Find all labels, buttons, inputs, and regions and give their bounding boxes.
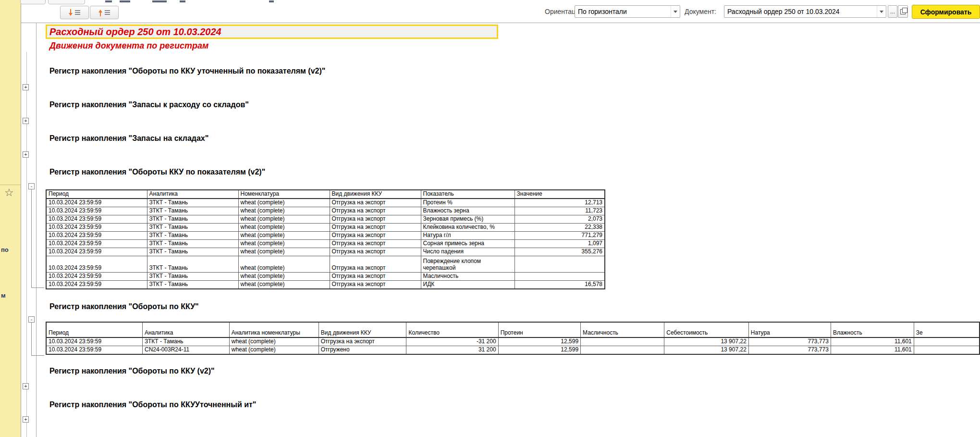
- table-cell[interactable]: wheat (complete): [238, 215, 330, 224]
- chevron-down-icon[interactable]: [671, 6, 680, 17]
- table-cell[interactable]: 10.03.2024 23:59:59: [46, 248, 147, 256]
- register-section-title[interactable]: Регистр накопления "Запасы на складах": [46, 134, 980, 145]
- table-cell[interactable]: Отгрузка на экспорт: [330, 207, 421, 215]
- table-cell[interactable]: Отгружено: [318, 346, 406, 355]
- table-cell[interactable]: 10.03.2024 23:59:59: [46, 215, 147, 224]
- table-cell[interactable]: ЗТКТ - Тамань: [147, 224, 238, 232]
- table-cell[interactable]: wheat (complete): [238, 224, 330, 232]
- group-expand-button[interactable]: +: [23, 151, 29, 158]
- column-header-cell[interactable]: Показатель: [421, 190, 514, 199]
- table-cell[interactable]: -31 200: [406, 337, 498, 346]
- group-expand-button[interactable]: +: [23, 118, 29, 124]
- orientation-select[interactable]: По горизонтали: [575, 5, 680, 18]
- register-section-title[interactable]: Регистр накопления "Обороты по ККУУточне…: [46, 400, 980, 411]
- register-section-title[interactable]: Регистр накопления "Обороты по ККУ уточн…: [46, 67, 980, 77]
- table-cell[interactable]: wheat (complete): [238, 199, 330, 207]
- table-cell[interactable]: Масличность: [421, 273, 514, 281]
- table-cell[interactable]: 31 200: [406, 346, 498, 355]
- register-section-title[interactable]: Регистр накопления "Обороты ККУ по показ…: [46, 168, 980, 178]
- register-section-title[interactable]: Регистр накопления "Обороты по ККУ": [46, 302, 980, 313]
- table-cell[interactable]: Отгрузка на экспорт: [330, 232, 421, 240]
- table-cell[interactable]: 10.03.2024 23:59:59: [46, 281, 147, 289]
- column-header-cell[interactable]: Номенклатура: [238, 190, 330, 199]
- table-cell[interactable]: wheat (complete): [238, 248, 330, 256]
- table-cell[interactable]: 10.03.2024 23:59:59: [46, 199, 147, 207]
- table-cell[interactable]: 13 907,22: [664, 337, 749, 346]
- table-cell[interactable]: 10.03.2024 23:59:59: [46, 273, 147, 281]
- favorites-star-icon[interactable]: ☆: [4, 187, 14, 198]
- table-cell[interactable]: Отгрузка на экспорт: [330, 199, 421, 207]
- table-cell[interactable]: ЗТКТ - Тамань: [147, 248, 238, 256]
- table-cell[interactable]: Натура г/л: [421, 232, 514, 240]
- table-cell[interactable]: Клейковина количество, %: [421, 224, 514, 232]
- table-cell[interactable]: 10.03.2024 23:59:59: [46, 337, 142, 346]
- group-collapse-button[interactable]: -: [28, 316, 35, 323]
- table-cell[interactable]: wheat (complete): [229, 337, 318, 346]
- table-cell[interactable]: wheat (complete): [238, 281, 330, 289]
- table-cell[interactable]: 10.03.2024 23:59:59: [46, 224, 147, 232]
- table-cell[interactable]: Число падения: [421, 248, 514, 256]
- table-cell[interactable]: ИДК: [421, 281, 514, 289]
- table-cell[interactable]: ЗТКТ - Тамань: [142, 337, 229, 346]
- column-header-cell[interactable]: Вид движения ККУ: [330, 190, 421, 199]
- table-cell[interactable]: 773,773: [748, 346, 831, 355]
- table-cell[interactable]: [514, 273, 605, 281]
- table-cell[interactable]: ЗТКТ - Тамань: [147, 256, 238, 273]
- document-choose-button[interactable]: ...: [888, 5, 897, 18]
- table-cell[interactable]: Отгрузка на экспорт: [330, 248, 421, 256]
- collapse-all-groups-button[interactable]: [60, 6, 89, 19]
- table-cell[interactable]: Отгрузка на экспорт: [318, 337, 406, 346]
- register-section-title[interactable]: Регистр накопления "Запасы к расходу со …: [46, 100, 980, 111]
- left-dock-panel[interactable]: ☆ по м: [0, 0, 21, 437]
- group-expand-button[interactable]: +: [23, 416, 29, 423]
- table-cell[interactable]: Отгрузка на экспорт: [330, 281, 421, 289]
- table-cell[interactable]: Влажность зерна: [421, 207, 514, 215]
- group-expand-button[interactable]: +: [23, 84, 29, 90]
- group-expand-button[interactable]: +: [23, 383, 29, 389]
- table-cell[interactable]: 12,599: [498, 346, 580, 355]
- table-cell[interactable]: ЗТКТ - Тамань: [147, 215, 238, 224]
- column-header-cell[interactable]: Аналитика номенклатуры: [229, 322, 318, 337]
- column-header-cell[interactable]: Влажность: [831, 322, 914, 337]
- column-header-cell[interactable]: Натура: [748, 322, 831, 337]
- table-cell[interactable]: ЗТКТ - Тамань: [147, 232, 238, 240]
- table-cell[interactable]: 16,578: [514, 281, 605, 289]
- table-cell[interactable]: 10.03.2024 23:59:59: [46, 346, 142, 355]
- table-cell[interactable]: 22,338: [514, 224, 605, 232]
- table-cell[interactable]: wheat (complete): [229, 346, 318, 355]
- table-cell[interactable]: 11,723: [514, 207, 605, 215]
- table-cell[interactable]: wheat (complete): [238, 207, 330, 215]
- table-cell[interactable]: ЗТКТ - Тамань: [147, 207, 238, 215]
- table-cell[interactable]: 11,601: [831, 346, 914, 355]
- column-header-cell[interactable]: Зе: [914, 322, 980, 337]
- table-cell[interactable]: Протеин %: [421, 199, 514, 207]
- table-cell[interactable]: 10.03.2024 23:59:59: [46, 240, 147, 248]
- table-cell[interactable]: [581, 337, 664, 346]
- table-cell[interactable]: Отгрузка на экспорт: [330, 224, 421, 232]
- table-cell[interactable]: [914, 337, 980, 346]
- table-cell[interactable]: 12,599: [498, 337, 580, 346]
- table-cell[interactable]: Повреждение клопом черепашкой: [421, 256, 514, 273]
- column-header-cell[interactable]: Протеин: [498, 322, 580, 337]
- table-cell[interactable]: 773,773: [748, 337, 831, 346]
- table-cell[interactable]: wheat (complete): [238, 273, 330, 281]
- report-title-cell-selected[interactable]: Расходный ордер 250 от 10.03.2024: [46, 25, 498, 39]
- table-cell[interactable]: Отгрузка на экспорт: [330, 273, 421, 281]
- column-header-cell[interactable]: Значение: [514, 190, 605, 199]
- table-cell[interactable]: Зерновая примесь (%): [421, 215, 514, 224]
- expand-all-groups-button[interactable]: [90, 6, 119, 19]
- generate-button[interactable]: Сформировать: [912, 5, 980, 19]
- register-section-title[interactable]: Регистр накопления "Обороты по ККУ (v2)": [46, 367, 980, 377]
- table-cell[interactable]: Отгрузка на экспорт: [330, 215, 421, 224]
- table-cell[interactable]: wheat (complete): [238, 240, 330, 248]
- table-cell[interactable]: Отгрузка на экспорт: [330, 240, 421, 248]
- table-cell[interactable]: wheat (complete): [238, 232, 330, 240]
- table-cell[interactable]: 10.03.2024 23:59:59: [46, 207, 147, 215]
- column-header-cell[interactable]: Масличность: [581, 322, 664, 337]
- chevron-down-icon[interactable]: [877, 6, 886, 17]
- column-header-cell[interactable]: Аналитика: [142, 322, 229, 337]
- table-cell[interactable]: ЗТКТ - Тамань: [147, 199, 238, 207]
- table-cell[interactable]: 1,097: [514, 240, 605, 248]
- column-header-cell[interactable]: Период: [46, 190, 147, 199]
- table-cell[interactable]: [914, 346, 980, 355]
